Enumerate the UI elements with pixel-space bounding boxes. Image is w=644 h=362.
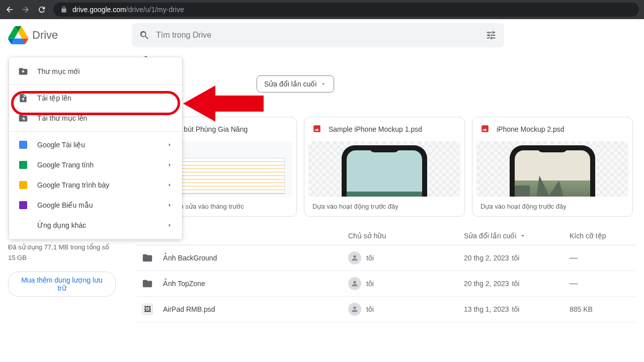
browser-back-button[interactable]	[5, 5, 14, 14]
modified-by: tôi	[512, 280, 520, 288]
image-icon	[312, 124, 323, 134]
menu-separator	[9, 84, 182, 85]
table-row[interactable]: 🖼AirPad RMB.psdtôi13 thg 1, 2023 tôi885 …	[136, 297, 636, 322]
menu-label: Tải tệp lên	[37, 94, 71, 102]
card-caption: Dựa vào hoạt động trước đây	[472, 197, 632, 216]
col-size-header[interactable]: Kích cỡ tệp	[570, 232, 630, 240]
menu-label: Ứng dụng khác	[37, 221, 86, 229]
forms-icon	[18, 200, 28, 210]
chevron-right-icon	[166, 161, 173, 168]
menu-google-forms[interactable]: Google Biểu mẫu	[9, 195, 182, 215]
main-content: của tôi Sửa đổi lần cuối xuất Nhuận bút …	[124, 51, 644, 322]
storage-text: Đã sử dụng 77,1 MB trong tổng số 15 GB	[8, 242, 116, 263]
file-name: AirPad RMB.psd	[163, 305, 215, 313]
suggestion-cards: Nhuận bút Phùng Gia Năng Bạn đã chỉnh sử…	[136, 117, 636, 217]
file-size: —	[570, 253, 630, 262]
menu-google-docs[interactable]: Google Tài liệu	[9, 135, 182, 155]
svg-rect-0	[313, 125, 320, 132]
modified-date: 20 thg 2, 2023	[464, 280, 509, 288]
search-options-button[interactable]	[485, 29, 497, 41]
chevron-right-icon	[166, 141, 173, 148]
buy-storage-button[interactable]: Mua thêm dung lượng lưu trữ	[8, 272, 116, 297]
chevron-right-icon	[166, 182, 173, 189]
menu-upload-file[interactable]: Tải tệp lên	[9, 88, 182, 108]
col-owner-header[interactable]: Chủ sở hữu	[348, 232, 464, 240]
table-header: Tên Chủ sở hữu Sửa đổi lần cuối Kích cỡ …	[136, 227, 636, 245]
menu-label: Google Biểu mẫu	[37, 201, 93, 209]
suggestion-card[interactable]: Sample iPhone Mockup 1.psd Dựa vào hoạt …	[304, 117, 465, 217]
menu-label: Thư mục mới	[37, 67, 80, 75]
card-caption: Dựa vào hoạt động trước đây	[304, 197, 464, 216]
card-title: Sample iPhone Mockup 1.psd	[329, 125, 422, 133]
filter-modified-chip[interactable]: Sửa đổi lần cuối	[257, 75, 334, 93]
psd-icon: 🖼	[142, 304, 153, 315]
menu-label: Google Trang trình bày	[37, 181, 109, 189]
tune-icon	[486, 30, 497, 41]
lock-icon	[60, 6, 67, 13]
table-row[interactable]: Ảnh BackGroundtôi20 thg 2, 2023 tôi—	[136, 245, 636, 271]
avatar	[348, 303, 361, 316]
menu-google-slides[interactable]: Google Trang trình bày	[9, 175, 182, 195]
chip-label: Sửa đổi lần cuối	[264, 80, 316, 88]
new-context-menu: Thư mục mới Tải tệp lên Tải thư mục lên …	[9, 57, 182, 239]
modified-date: 20 thg 2, 2023	[464, 254, 509, 262]
storage-info: Đã sử dụng 77,1 MB trong tổng số 15 GB M…	[8, 242, 116, 297]
slides-icon	[18, 180, 28, 190]
image-icon	[480, 124, 491, 134]
card-title: iPhone Mockup 2.psd	[497, 125, 565, 133]
browser-url-bar[interactable]: drive.google.com/drive/u/1/my-drive	[53, 3, 639, 17]
avatar	[348, 251, 361, 264]
menu-more-apps[interactable]: Ứng dụng khác	[9, 215, 182, 235]
url-text: drive.google.com/drive/u/1/my-drive	[72, 6, 184, 14]
chevron-right-icon	[166, 202, 173, 209]
section-label: xuất	[136, 102, 636, 110]
sheets-icon	[18, 160, 28, 170]
search-icon	[139, 30, 150, 41]
file-table: Tên Chủ sở hữu Sửa đổi lần cuối Kích cỡ …	[136, 227, 636, 322]
owner-text: tôi	[366, 254, 374, 262]
card-preview	[476, 141, 628, 197]
owner-text: tôi	[366, 305, 374, 313]
menu-separator	[9, 131, 182, 132]
modified-date: 13 thg 1, 2023	[464, 305, 509, 313]
browser-forward-button[interactable]	[21, 5, 30, 14]
card-preview	[308, 141, 460, 197]
menu-label: Google Trang tính	[37, 161, 94, 169]
blank-icon	[18, 220, 28, 230]
caret-down-icon	[320, 81, 327, 87]
menu-new-folder[interactable]: Thư mục mới	[9, 61, 182, 81]
upload-folder-icon	[18, 113, 28, 123]
menu-upload-folder[interactable]: Tải thư mục lên	[9, 108, 182, 128]
caret-down-icon	[519, 232, 526, 239]
app-header: Drive	[0, 19, 644, 51]
owner-text: tôi	[366, 280, 374, 288]
modified-by: tôi	[512, 254, 520, 262]
modified-by: tôi	[512, 305, 520, 313]
chevron-right-icon	[166, 222, 173, 229]
drive-logo-icon	[8, 25, 28, 45]
search-bar[interactable]	[132, 23, 504, 47]
search-input[interactable]	[156, 31, 479, 40]
col-modified-header[interactable]: Sửa đổi lần cuối	[464, 232, 570, 240]
docs-icon	[18, 140, 28, 150]
browser-toolbar: drive.google.com/drive/u/1/my-drive	[0, 0, 644, 19]
avatar	[348, 277, 361, 290]
app-name: Drive	[32, 29, 58, 42]
folder-icon	[142, 252, 153, 263]
file-size: 885 KB	[570, 305, 630, 313]
file-name: Ảnh TopZone	[163, 280, 205, 288]
menu-google-sheets[interactable]: Google Trang tính	[9, 155, 182, 175]
browser-reload-button[interactable]	[37, 5, 46, 14]
menu-label: Google Tài liệu	[37, 141, 85, 149]
breadcrumb[interactable]: của tôi	[136, 51, 636, 75]
menu-label: Tải thư mục lên	[37, 114, 87, 122]
table-row[interactable]: Ảnh TopZonetôi20 thg 2, 2023 tôi—	[136, 271, 636, 297]
folder-icon	[142, 278, 153, 289]
svg-rect-1	[481, 125, 489, 132]
suggestion-card[interactable]: iPhone Mockup 2.psd Dựa vào hoạt động tr…	[472, 117, 633, 217]
file-size: —	[570, 279, 630, 288]
file-name: Ảnh BackGround	[163, 254, 217, 262]
upload-file-icon	[18, 93, 28, 103]
new-folder-icon	[18, 66, 28, 76]
